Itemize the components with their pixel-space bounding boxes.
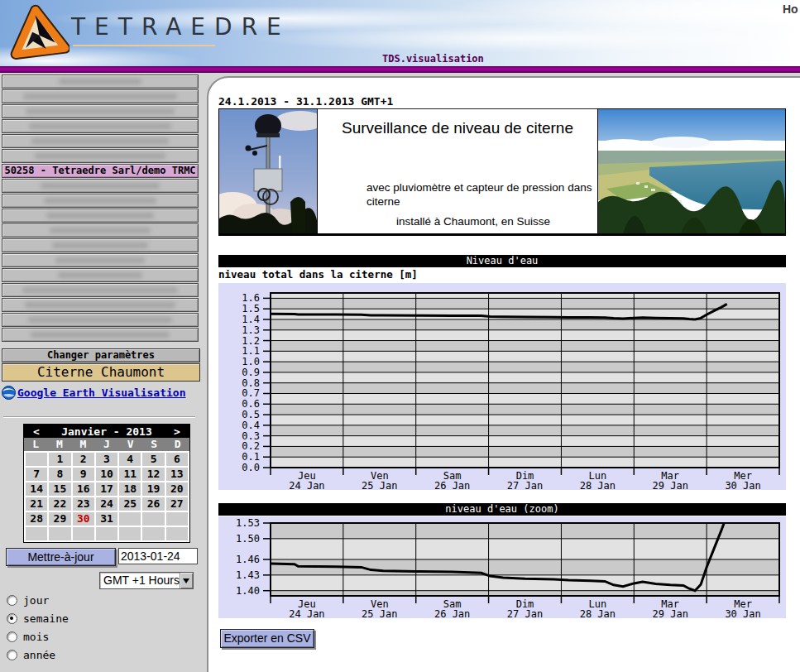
svg-text:25 Jan: 25 Jan (362, 480, 397, 490)
site-name-button[interactable]: Citerne Chaumont (2, 363, 200, 382)
sidebar-item-redacted[interactable] (2, 298, 199, 312)
radio-mois[interactable] (7, 631, 17, 642)
svg-text:27 Jan: 27 Jan (507, 608, 543, 618)
svg-text:1.40: 1.40 (236, 585, 260, 597)
sidebar-divider (3, 416, 195, 418)
calendar-day[interactable]: 22 (49, 497, 70, 511)
sidebar-item-redacted[interactable] (2, 149, 199, 163)
redacted-text-blur (26, 108, 174, 114)
calendar-day[interactable]: 15 (49, 482, 70, 496)
svg-text:24 Jan: 24 Jan (289, 608, 324, 618)
calendar-day[interactable]: 26 (142, 497, 164, 511)
calendar-day[interactable]: 11 (119, 468, 141, 481)
sidebar-item-redacted[interactable] (2, 74, 199, 89)
calendar-day[interactable]: 4 (119, 453, 141, 466)
calendar-day[interactable]: 24 (96, 497, 117, 511)
redacted-text-blur (55, 257, 146, 263)
change-parameters-button[interactable]: Changer paramètres (2, 348, 200, 362)
sidebar-item-redacted[interactable] (2, 328, 199, 342)
home-link[interactable]: Ho (783, 2, 798, 16)
calendar-next-button[interactable]: > (165, 425, 189, 438)
timezone-dropdown-button[interactable] (180, 573, 193, 588)
sidebar-item-selected[interactable]: 50258 - Tetraedre Sarl/demo TRMC (2, 164, 199, 178)
calendar-day[interactable]: 27 (166, 497, 188, 511)
sidebar-item-redacted[interactable] (2, 209, 199, 223)
calendar-day[interactable]: 20 (166, 482, 188, 496)
calendar-day-header: S (142, 438, 166, 451)
radio-label: semaine (23, 612, 69, 625)
redacted-text-blur (41, 183, 160, 189)
calendar: < Janvier - 2013 > LMMJVSD 1234567891011… (23, 424, 190, 543)
date-input[interactable] (118, 548, 198, 564)
calendar-month-label: Janvier - 2013 (49, 425, 165, 438)
calendar-day[interactable]: 6 (166, 453, 188, 466)
sidebar-item-redacted[interactable] (2, 253, 199, 267)
sidebar-item-redacted[interactable] (2, 238, 199, 252)
sidebar-item-redacted[interactable] (2, 119, 199, 133)
calendar-empty-cell (166, 527, 188, 540)
timezone-value: GMT +1 Hours (100, 573, 180, 588)
calendar-day[interactable]: 3 (96, 453, 117, 466)
redacted-text-blur (44, 198, 157, 204)
banner-location: installé à Chaumont, en Suisse (396, 215, 550, 228)
calendar-day[interactable]: 21 (26, 497, 47, 511)
brand-wordmark: TETRAEDRE (71, 13, 290, 41)
sidebar-item-redacted[interactable] (2, 89, 199, 103)
calendar-day[interactable]: 7 (26, 468, 47, 481)
calendar-day[interactable]: 23 (73, 497, 94, 511)
redacted-text-blur (59, 79, 141, 84)
sidebar-item-redacted[interactable] (2, 313, 199, 327)
calendar-day[interactable]: 18 (119, 482, 141, 496)
redacted-text-blur (23, 94, 177, 99)
sidebar-item-redacted[interactable] (2, 104, 199, 118)
calendar-day[interactable]: 13 (166, 468, 188, 481)
calendar-empty-cell (26, 453, 47, 466)
redacted-text-blur (31, 332, 170, 338)
radio-année[interactable] (7, 650, 17, 660)
chart-svg: 1.61.51.41.31.21.11.00.90.80.70.60.50.40… (218, 283, 786, 490)
svg-text:1.50: 1.50 (236, 533, 260, 545)
calendar-prev-button[interactable]: < (24, 425, 49, 438)
google-earth-link[interactable]: Google Earth Visualisation (17, 386, 186, 399)
radio-semaine[interactable] (7, 613, 17, 624)
sidebar-item-redacted[interactable] (2, 223, 199, 238)
calendar-day[interactable]: 17 (96, 482, 117, 496)
calendar-day[interactable]: 14 (26, 482, 47, 496)
sidebar-item-redacted[interactable] (2, 283, 199, 297)
calendar-day[interactable]: 16 (73, 482, 94, 496)
export-csv-button[interactable]: Exporter en CSV (220, 629, 314, 648)
water-level-zoom-chart: 1.531.501.461.431.40Jeu24 JanVen25 JanSa… (218, 516, 786, 618)
calendar-day[interactable]: 29 (49, 512, 70, 526)
app-label: TDS.visualisation (382, 53, 484, 65)
radio-jour[interactable] (7, 595, 17, 606)
calendar-day[interactable]: 19 (142, 482, 164, 496)
calendar-day[interactable]: 9 (73, 468, 94, 481)
sidebar-item-redacted[interactable] (2, 194, 199, 208)
calendar-day[interactable]: 28 (26, 512, 47, 526)
calendar-empty-cell (142, 527, 164, 540)
calendar-day-header: L (24, 438, 48, 451)
radio-label: mois (23, 631, 49, 643)
google-earth-row: Google Earth Visualisation (2, 385, 186, 400)
banner-text-block: Surveillance de niveau de citerne avec p… (317, 109, 598, 233)
calendar-day-header: V (118, 438, 142, 451)
calendar-day[interactable]: 1 (49, 453, 70, 466)
sidebar-item-redacted[interactable] (2, 179, 199, 193)
update-button[interactable]: Mettre-à-jour (6, 548, 116, 566)
calendar-day[interactable]: 25 (119, 497, 141, 511)
radio-row-semaine: semaine (7, 612, 69, 625)
banner-title: Surveillance de niveau de citerne (317, 119, 598, 137)
timezone-select[interactable]: GMT +1 Hours (99, 572, 194, 589)
calendar-day[interactable]: 10 (96, 468, 117, 481)
svg-text:1.43: 1.43 (236, 569, 260, 581)
calendar-day-header: M (71, 438, 95, 451)
google-earth-icon (2, 386, 16, 400)
calendar-day[interactable]: 2 (73, 453, 94, 466)
calendar-day[interactable]: 31 (96, 512, 117, 526)
sidebar-item-redacted[interactable] (2, 134, 199, 148)
calendar-day[interactable]: 5 (142, 453, 164, 466)
sidebar-item-redacted[interactable] (2, 268, 199, 282)
calendar-day[interactable]: 30 (73, 512, 94, 526)
calendar-day[interactable]: 8 (49, 468, 70, 481)
calendar-day[interactable]: 12 (142, 468, 164, 481)
